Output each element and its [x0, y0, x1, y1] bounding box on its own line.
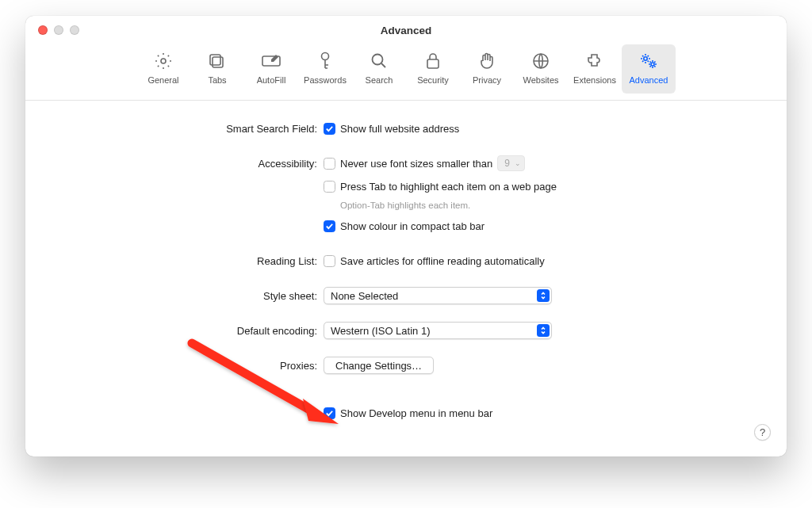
preferences-window: Advanced General Tabs AutoFill Passwords…: [25, 16, 787, 456]
accessibility-row-2: Press Tab to highlight each item on a we…: [57, 176, 755, 197]
tab-autofill[interactable]: AutoFill: [244, 44, 298, 94]
min-font-stepper[interactable]: 9 ⌄: [497, 155, 525, 171]
chevron-down-icon: ⌄: [515, 159, 521, 167]
min-font-checkbox[interactable]: [324, 158, 335, 170]
compact-color-label: Show colour in compact tab bar: [340, 220, 485, 232]
accessibility-row-1: Accessibility: Never use font sizes smal…: [57, 153, 755, 174]
reading-list-label: Reading List:: [57, 255, 324, 267]
help-button[interactable]: ?: [754, 424, 771, 441]
svg-point-4: [322, 53, 329, 60]
window-title: Advanced: [381, 25, 432, 36]
updown-icon: [537, 324, 550, 337]
accessibility-row-3: Show colour in compact tab bar: [57, 216, 755, 236]
hand-icon: [475, 49, 499, 73]
tab-security[interactable]: Security: [406, 44, 460, 94]
proxies-row: Proxies: Change Settings…: [57, 355, 755, 376]
press-tab-checkbox[interactable]: [324, 181, 335, 193]
show-develop-menu-checkbox[interactable]: [324, 407, 335, 419]
tabs-icon: [205, 49, 229, 73]
smart-search-row: Smart Search Field: Show full website ad…: [57, 118, 755, 139]
accessibility-hint-row: Option-Tab highlights each item.: [57, 199, 755, 213]
compact-color-checkbox[interactable]: [324, 220, 335, 232]
option-tab-hint: Option-Tab highlights each item.: [324, 199, 470, 213]
press-tab-label: Press Tab to highlight each item on a we…: [340, 181, 557, 193]
zoom-window-button[interactable]: [70, 25, 79, 35]
key-icon: [313, 49, 337, 73]
minimize-window-button[interactable]: [54, 25, 63, 35]
puzzle-icon: [583, 49, 607, 73]
autofill-icon: [259, 49, 283, 73]
style-sheet-label: Style sheet:: [57, 290, 324, 302]
updown-icon: [537, 289, 550, 302]
svg-point-5: [373, 55, 383, 65]
show-full-url-label: Show full website address: [340, 123, 459, 135]
style-sheet-select[interactable]: None Selected: [324, 287, 552, 304]
search-icon: [367, 49, 391, 73]
encoding-row: Default encoding: Western (ISO Latin 1): [57, 320, 755, 341]
proxies-label: Proxies:: [57, 360, 324, 372]
svg-rect-2: [210, 55, 220, 65]
content-area: Smart Search Field: Show full website ad…: [25, 101, 787, 457]
reading-list-row: Reading List: Save articles for offline …: [57, 250, 755, 271]
encoding-label: Default encoding:: [57, 325, 324, 337]
develop-row: Show Develop menu in menu bar: [57, 403, 755, 423]
preferences-toolbar: General Tabs AutoFill Passwords Search S…: [25, 44, 787, 101]
tab-general[interactable]: General: [136, 44, 190, 94]
tab-passwords[interactable]: Passwords: [298, 44, 352, 94]
traffic-lights: [38, 25, 79, 35]
style-sheet-row: Style sheet: None Selected: [57, 285, 755, 306]
lock-icon: [421, 49, 445, 73]
accessibility-label: Accessibility:: [57, 158, 324, 170]
offline-reading-label: Save articles for offline reading automa…: [340, 255, 545, 267]
tab-tabs[interactable]: Tabs: [190, 44, 244, 94]
tab-websites[interactable]: Websites: [514, 44, 568, 94]
title-bar: Advanced: [25, 16, 787, 44]
min-font-label: Never use font sizes smaller than: [340, 158, 492, 170]
globe-icon: [529, 49, 553, 73]
gears-icon: [637, 49, 661, 73]
close-window-button[interactable]: [38, 25, 48, 35]
offline-reading-checkbox[interactable]: [324, 255, 335, 267]
svg-point-0: [161, 59, 166, 63]
gear-icon: [151, 49, 175, 73]
tab-advanced[interactable]: Advanced: [622, 44, 676, 94]
svg-rect-6: [427, 59, 439, 68]
change-settings-button[interactable]: Change Settings…: [324, 357, 434, 374]
tab-extensions[interactable]: Extensions: [568, 44, 622, 94]
svg-rect-1: [213, 57, 223, 67]
tab-privacy[interactable]: Privacy: [460, 44, 514, 94]
show-develop-menu-label: Show Develop menu in menu bar: [340, 407, 492, 419]
smart-search-label: Smart Search Field:: [57, 123, 324, 135]
encoding-select[interactable]: Western (ISO Latin 1): [324, 322, 552, 339]
show-full-url-checkbox[interactable]: [324, 123, 335, 135]
svg-point-9: [651, 63, 654, 66]
svg-point-8: [644, 57, 647, 60]
tab-search[interactable]: Search: [352, 44, 406, 94]
